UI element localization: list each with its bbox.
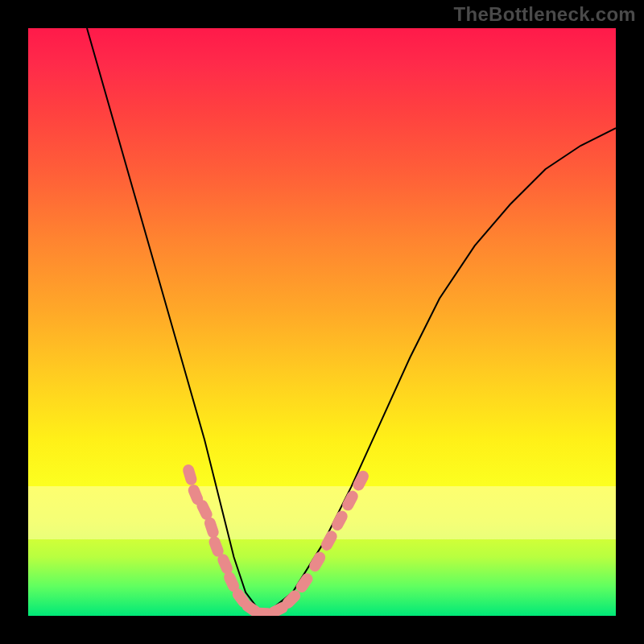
curve-marker (341, 489, 361, 513)
plot-area (28, 28, 616, 616)
curve-marker (330, 509, 350, 533)
curve-marker (181, 463, 198, 486)
marker-group (181, 463, 370, 616)
main-curve (87, 28, 616, 616)
curve-marker (319, 529, 339, 553)
chart-frame: TheBottleneck.com (0, 0, 644, 644)
curve-marker (308, 550, 328, 574)
curve-layer (28, 28, 616, 616)
watermark-text: TheBottleneck.com (454, 3, 636, 26)
